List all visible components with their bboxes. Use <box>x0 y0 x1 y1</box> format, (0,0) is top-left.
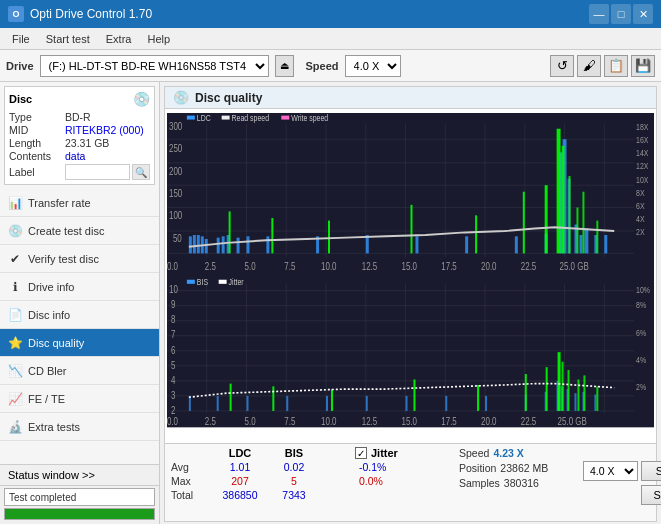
status-text: Test completed <box>4 488 155 506</box>
svg-text:12X: 12X <box>636 162 649 172</box>
action-buttons: 4.0 X 8.0 X Start full Start part <box>583 447 661 518</box>
bis-max: 5 <box>269 475 319 487</box>
svg-text:9: 9 <box>171 298 175 311</box>
start-full-button[interactable]: Start full <box>641 461 661 481</box>
svg-text:17.5: 17.5 <box>441 414 456 427</box>
svg-text:8%: 8% <box>636 299 647 310</box>
label-input[interactable] <box>65 164 130 180</box>
svg-rect-44 <box>189 236 192 253</box>
svg-rect-73 <box>475 215 477 253</box>
progress-fill <box>5 509 154 519</box>
type-val: BD-R <box>65 111 150 123</box>
start-part-button[interactable]: Start part <box>641 485 661 505</box>
svg-rect-78 <box>569 176 571 253</box>
info-button[interactable]: 📋 <box>604 55 628 77</box>
sidebar-item-disc-quality[interactable]: ⭐ Disc quality <box>0 329 159 357</box>
svg-text:3: 3 <box>171 388 175 401</box>
sidebar-item-disc-info[interactable]: 📄 Disc info <box>0 301 159 329</box>
maximize-button[interactable]: □ <box>611 4 631 24</box>
sidebar-item-extra-tests[interactable]: 🔬 Extra tests <box>0 413 159 441</box>
svg-rect-143 <box>413 380 415 411</box>
bis-header: BIS <box>269 447 319 459</box>
svg-rect-48 <box>205 239 208 253</box>
save-button[interactable]: 💾 <box>631 55 655 77</box>
sidebar-item-label: Transfer rate <box>28 197 91 209</box>
svg-rect-77 <box>562 146 565 254</box>
sidebar-item-label: FE / TE <box>28 393 65 405</box>
disc-icon: 💿 <box>133 91 150 107</box>
svg-rect-76 <box>557 129 561 254</box>
sidebar-item-fe-te[interactable]: 📈 FE / TE <box>0 385 159 413</box>
close-button[interactable]: ✕ <box>633 4 653 24</box>
svg-text:7.5: 7.5 <box>284 261 295 272</box>
svg-rect-144 <box>477 385 479 411</box>
svg-text:4: 4 <box>171 373 176 386</box>
svg-text:12.5: 12.5 <box>362 414 377 427</box>
svg-text:10%: 10% <box>636 284 650 295</box>
menu-extra[interactable]: Extra <box>98 31 140 47</box>
svg-rect-126 <box>286 396 288 411</box>
sidebar-item-transfer-rate[interactable]: 📊 Transfer rate <box>0 189 159 217</box>
bis-avg: 0.02 <box>269 461 319 473</box>
svg-rect-131 <box>485 396 487 411</box>
drive-info-icon: ℹ <box>8 280 22 294</box>
jitter-header: Jitter <box>371 447 398 459</box>
menu-bar: File Start test Extra Help <box>0 28 661 50</box>
mid-key: MID <box>9 124 65 136</box>
speed-select[interactable]: 4.0 X 8.0 X <box>345 55 401 77</box>
menu-file[interactable]: File <box>4 31 38 47</box>
minimize-button[interactable]: — <box>589 4 609 24</box>
svg-text:100: 100 <box>169 210 182 221</box>
svg-rect-139 <box>594 395 596 411</box>
svg-text:20.0: 20.0 <box>481 414 496 427</box>
disc-panel-title: Disc <box>9 93 32 105</box>
svg-rect-128 <box>366 396 368 411</box>
paint-button[interactable]: 🖌 <box>577 55 601 77</box>
svg-rect-74 <box>523 192 525 254</box>
svg-rect-152 <box>596 386 598 411</box>
svg-text:22.5: 22.5 <box>521 414 536 427</box>
drive-label: Drive <box>6 60 34 72</box>
svg-text:8X: 8X <box>636 188 645 198</box>
svg-text:150: 150 <box>169 188 182 199</box>
svg-rect-57 <box>415 236 418 253</box>
sidebar-item-verify-test-disc[interactable]: ✔ Verify test disc <box>0 245 159 273</box>
svg-text:10.0: 10.0 <box>321 261 336 272</box>
svg-rect-129 <box>406 396 408 411</box>
svg-rect-84 <box>222 116 230 120</box>
menu-help[interactable]: Help <box>139 31 178 47</box>
svg-text:300: 300 <box>169 121 182 132</box>
svg-rect-148 <box>562 362 564 411</box>
svg-rect-146 <box>546 367 548 411</box>
svg-rect-153 <box>187 280 195 284</box>
menu-start-test[interactable]: Start test <box>38 31 98 47</box>
position-key: Position <box>459 462 496 474</box>
contents-val: data <box>65 150 150 162</box>
sidebar-item-drive-info[interactable]: ℹ Drive info <box>0 273 159 301</box>
refresh-button[interactable]: ↺ <box>550 55 574 77</box>
eject-button[interactable]: ⏏ <box>275 55 294 77</box>
status-window-button[interactable]: Status window >> <box>0 465 159 486</box>
svg-text:7.5: 7.5 <box>284 414 295 427</box>
drive-select[interactable]: (F:) HL-DT-ST BD-RE WH16NS58 TST4 <box>40 55 269 77</box>
sidebar-item-label: Drive info <box>28 281 74 293</box>
jitter-checkbox[interactable]: ✓ <box>355 447 367 459</box>
svg-rect-53 <box>247 236 250 253</box>
sidebar-item-cd-bler[interactable]: 📉 CD Bler <box>0 357 159 385</box>
mid-val: RITEKBR2 (000) <box>65 124 150 136</box>
svg-text:4%: 4% <box>636 354 647 365</box>
svg-text:5.0: 5.0 <box>245 414 256 427</box>
label-search-button[interactable]: 🔍 <box>132 164 150 180</box>
test-speed-select[interactable]: 4.0 X 8.0 X <box>583 461 638 481</box>
drive-bar: Drive (F:) HL-DT-ST BD-RE WH16NS58 TST4 … <box>0 50 661 82</box>
stats-bar: LDC BIS Avg 1.01 0.02 Max 207 5 Total <box>165 443 656 521</box>
svg-rect-147 <box>558 352 561 411</box>
svg-text:10: 10 <box>169 283 178 296</box>
length-val: 23.31 GB <box>65 137 150 149</box>
sidebar-item-create-test-disc[interactable]: 💿 Create test disc <box>0 217 159 245</box>
title-bar: O Opti Drive Control 1.70 — □ ✕ <box>0 0 661 28</box>
main-layout: Disc 💿 Type BD-R MID RITEKBR2 (000) Leng… <box>0 82 661 524</box>
svg-rect-141 <box>272 386 274 411</box>
window-controls: — □ ✕ <box>589 4 653 24</box>
svg-text:14X: 14X <box>636 148 649 158</box>
